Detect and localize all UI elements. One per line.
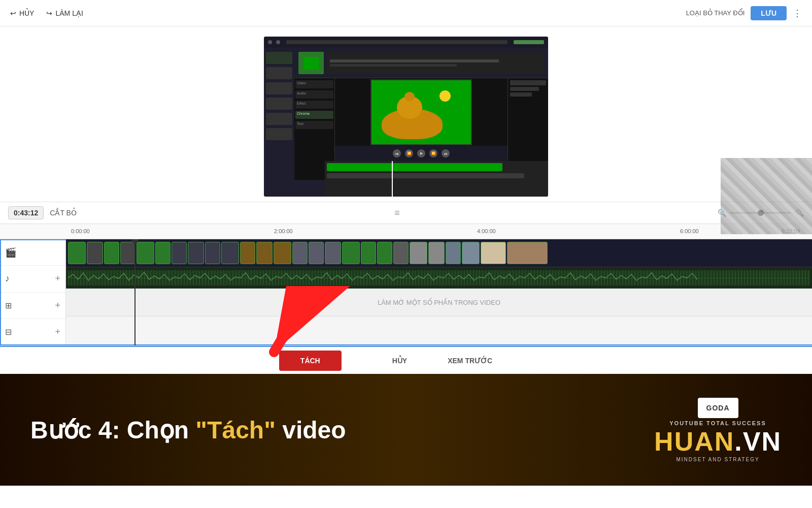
clip-4[interactable] xyxy=(120,242,136,264)
video-track-sidebar: 🎬 xyxy=(0,239,65,266)
clip-22[interactable] xyxy=(428,242,445,264)
sidebar-effects xyxy=(266,82,292,94)
sidebar-color xyxy=(266,128,292,140)
audio-waveform xyxy=(68,270,810,285)
step-fwd: ⏩ xyxy=(429,149,437,157)
discard-button[interactable]: LOẠI BỎ THAY ĐỔI xyxy=(686,9,745,17)
ep5: Text xyxy=(295,121,333,129)
mark-2: 4:00:00 xyxy=(477,228,496,234)
clip-17[interactable] xyxy=(342,242,360,264)
clip-11[interactable] xyxy=(240,242,255,264)
clip-10[interactable] xyxy=(221,242,239,264)
bottom-bar: Bước 4: Chọn "Tách" video GODA YOUTUBE T… xyxy=(0,374,812,486)
time-display-group: 0:43:12 CẮT BỎ xyxy=(8,206,77,219)
drag-handle[interactable]: ≡ xyxy=(394,208,400,218)
bottom-bar-text: Bước 4: Chọn "Tách" video xyxy=(30,416,634,444)
cat-bo-label: CẮT BỎ xyxy=(50,209,77,217)
clip-1[interactable] xyxy=(68,242,86,264)
play-btn: ▶ xyxy=(417,149,425,157)
mark-1: 2:00:00 xyxy=(274,228,293,234)
sidebar-text xyxy=(266,67,292,79)
add-subtitle-button[interactable]: + xyxy=(55,327,60,337)
editor-preview-video xyxy=(370,79,472,145)
add-audio-button[interactable]: + xyxy=(55,273,60,284)
lion-mane xyxy=(404,92,415,101)
save-button[interactable]: LƯU xyxy=(751,6,787,20)
ep1: Video xyxy=(295,80,333,88)
rp1 xyxy=(510,80,546,85)
clip-15[interactable] xyxy=(309,242,324,264)
clip-6[interactable] xyxy=(155,242,171,264)
video-camera-icon: 🎬 xyxy=(5,247,16,258)
subtitle-track-sidebar: ⊟ + xyxy=(0,319,65,345)
undo-button[interactable]: ↩ HỦY xyxy=(10,9,34,17)
action-buttons-bar: TÁCH HỦY XEM TRƯỚC xyxy=(0,346,812,374)
playhead xyxy=(134,239,136,345)
redo-button[interactable]: ↪ LÀM LẠI xyxy=(46,9,83,17)
preview-section: Video Audio Effect Chroma Text xyxy=(0,26,812,202)
clip-14[interactable] xyxy=(292,242,308,264)
lion-head xyxy=(397,96,422,119)
step-text-suffix: video xyxy=(276,417,346,443)
clip-24[interactable] xyxy=(462,242,480,264)
empty-track-label: LÀM MỜ MỘT SỐ PHẦN TRONG VIDEO xyxy=(378,299,500,306)
media-panel xyxy=(294,48,548,78)
huan-text: HUAN xyxy=(654,428,734,455)
clip-20[interactable] xyxy=(393,242,409,264)
ep3: Effect xyxy=(295,101,333,109)
grid-icon: ⊞ xyxy=(5,301,12,310)
clip-3[interactable] xyxy=(104,242,119,264)
mindset-label: MINDSET AND STRATEGY xyxy=(676,457,760,462)
huy-button[interactable]: HỦY xyxy=(372,352,427,370)
redo-icon: ↪ xyxy=(46,9,52,17)
clip-23[interactable] xyxy=(446,242,461,264)
ep2: Audio xyxy=(295,90,333,99)
bottom-bar-logo: GODA YOUTUBE TOTAL SUCCESS HUAN.VN MINDS… xyxy=(654,398,782,462)
editor-main-area: Video Audio Effect Chroma Text xyxy=(294,48,548,197)
video-track xyxy=(66,239,812,267)
clip-5[interactable] xyxy=(137,242,154,264)
audio-track xyxy=(66,267,812,289)
more-options-button[interactable]: ⋮ xyxy=(793,8,802,19)
ruler-marks: 0:00:00 2:00:00 4:00:00 6:00:00 6:32:09 xyxy=(71,224,812,239)
tach-button[interactable]: TÁCH xyxy=(279,351,342,371)
clip-9[interactable] xyxy=(205,242,220,264)
clip-7[interactable] xyxy=(172,242,187,264)
clip-25[interactable] xyxy=(481,242,506,264)
sidebar-media xyxy=(266,52,292,64)
clip-19[interactable] xyxy=(377,242,392,264)
youtube-total-success-label: YOUTUBE TOTAL SUCCESS xyxy=(669,420,766,426)
clip-13[interactable] xyxy=(274,242,291,264)
empty-subtitle-track xyxy=(66,316,812,344)
clip-12[interactable] xyxy=(256,242,273,264)
mini-playhead xyxy=(392,161,393,197)
step-text-quoted: "Tách" xyxy=(195,417,276,443)
rp2 xyxy=(510,87,539,91)
clip-2[interactable] xyxy=(87,242,103,264)
goda-logo: GODA xyxy=(698,398,738,418)
step-text-normal: Bước 4: Chọn xyxy=(30,417,195,443)
top-bar: ↩ HỦY ↪ LÀM LẠI LOẠI BỎ THAY ĐỔI LƯU ⋮ xyxy=(0,0,812,26)
timeline-ruler: 0:00:00 2:00:00 4:00:00 6:00:00 6:32:09 xyxy=(0,224,812,239)
video-preview-container: Video Audio Effect Chroma Text xyxy=(264,37,548,197)
clip-8[interactable] xyxy=(188,242,204,264)
clip-26[interactable] xyxy=(507,242,548,264)
clip-18[interactable] xyxy=(361,242,376,264)
blurred-overlay xyxy=(721,158,812,234)
vn-text: .VN xyxy=(734,428,782,455)
editor-screenshot: Video Audio Effect Chroma Text xyxy=(264,37,548,197)
editor-preview-area: Video Audio Effect Chroma Text xyxy=(294,78,548,146)
empty-effects-track: LÀM MỜ MỘT SỐ PHẦN TRONG VIDEO xyxy=(66,289,812,316)
waveform-line xyxy=(68,278,810,278)
subtitle-icon: ⊟ xyxy=(5,327,12,337)
clip-21[interactable] xyxy=(410,242,427,264)
add-effects-button[interactable]: + xyxy=(55,300,60,311)
effects-track-sidebar: ⊞ + xyxy=(0,293,65,319)
xem-truoc-button[interactable]: XEM TRƯỚC xyxy=(427,352,513,370)
play-back: ⏮ xyxy=(393,149,401,157)
sidebar-transitions xyxy=(266,98,292,110)
time-display: 0:43:12 xyxy=(8,206,44,219)
clip-16[interactable] xyxy=(325,242,341,264)
music-note-icon: ♪ xyxy=(5,273,10,284)
tl-video-track xyxy=(327,163,502,171)
